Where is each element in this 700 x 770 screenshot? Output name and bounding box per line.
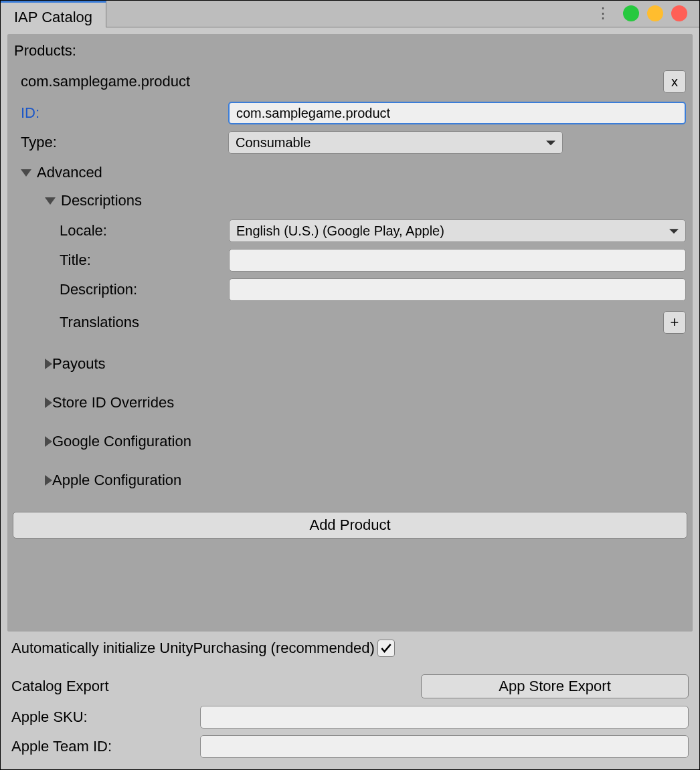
id-label: ID:	[21, 104, 228, 122]
catalog-export-label: Catalog Export	[11, 678, 109, 695]
titlebar: IAP Catalog ⋮	[1, 1, 699, 27]
apple-team-id-input[interactable]	[200, 735, 689, 758]
type-label: Type:	[21, 134, 228, 151]
translations-label: Translations	[60, 314, 139, 331]
type-dropdown[interactable]: Consumable	[228, 131, 563, 154]
tab-iap-catalog[interactable]: IAP Catalog	[1, 1, 106, 27]
descriptions-foldout[interactable]: Descriptions	[13, 188, 687, 213]
title-row: Title:	[13, 247, 687, 274]
locale-dropdown[interactable]: English (U.S.) (Google Play, Apple)	[229, 219, 686, 242]
description-input[interactable]	[229, 278, 686, 301]
add-product-button[interactable]: Add Product	[13, 512, 687, 539]
product-name: com.samplegame.product	[21, 73, 190, 90]
google-config-label: Google Configuration	[52, 433, 191, 450]
body-area: Products: com.samplegame.product x ID: T…	[1, 27, 699, 769]
type-row: Type: Consumable	[13, 129, 687, 156]
products-label: Products:	[13, 39, 687, 64]
app-store-export-button[interactable]: App Store Export	[421, 674, 689, 698]
store-id-overrides-foldout[interactable]: Store ID Overrides	[13, 390, 687, 415]
chevron-right-icon	[45, 436, 52, 447]
advanced-foldout[interactable]: Advanced	[13, 160, 687, 185]
id-input[interactable]	[228, 102, 686, 124]
remove-product-button[interactable]: x	[663, 70, 686, 93]
product-header: com.samplegame.product x	[13, 68, 687, 96]
add-translation-button[interactable]: +	[663, 311, 686, 334]
id-row: ID:	[13, 100, 687, 126]
chevron-right-icon	[45, 359, 52, 369]
spacer	[13, 539, 687, 626]
apple-config-foldout[interactable]: Apple Configuration	[13, 468, 687, 493]
locale-label: Locale:	[60, 222, 229, 239]
type-dropdown-value: Consumable	[236, 135, 311, 151]
products-panel: Products: com.samplegame.product x ID: T…	[7, 34, 693, 632]
chevron-right-icon	[45, 475, 52, 486]
translations-row: Translations +	[13, 307, 687, 338]
locale-dropdown-value: English (U.S.) (Google Play, Apple)	[236, 223, 444, 239]
kebab-menu-icon[interactable]: ⋮	[596, 5, 608, 22]
auto-init-label: Automatically initialize UnityPurchasing…	[11, 640, 375, 657]
apple-team-id-label: Apple Team ID:	[11, 738, 200, 755]
locale-row: Locale: English (U.S.) (Google Play, App…	[13, 217, 687, 244]
title-label: Title:	[60, 252, 229, 269]
title-input[interactable]	[229, 249, 686, 272]
chevron-right-icon	[45, 397, 52, 408]
window-controls: ⋮	[596, 5, 687, 22]
apple-sku-row: Apple SKU:	[9, 704, 691, 731]
minimize-button[interactable]	[623, 5, 639, 21]
bottom-panel: Automatically initialize UnityPurchasing…	[7, 632, 693, 763]
catalog-export-row: Catalog Export App Store Export	[9, 672, 691, 701]
chevron-down-icon	[21, 169, 31, 177]
close-button[interactable]	[671, 5, 687, 21]
checkmark-icon	[379, 642, 393, 655]
description-label: Description:	[60, 281, 229, 298]
tab-label: IAP Catalog	[14, 9, 92, 26]
maximize-button[interactable]	[647, 5, 663, 21]
apple-config-label: Apple Configuration	[52, 472, 181, 489]
payouts-foldout[interactable]: Payouts	[13, 351, 687, 377]
auto-init-checkbox[interactable]	[377, 640, 395, 657]
advanced-label: Advanced	[37, 164, 102, 181]
chevron-down-icon	[45, 197, 56, 205]
payouts-label: Payouts	[52, 355, 106, 373]
apple-sku-input[interactable]	[200, 706, 689, 729]
google-config-foldout[interactable]: Google Configuration	[13, 429, 687, 454]
auto-init-row: Automatically initialize UnityPurchasing…	[9, 637, 691, 660]
descriptions-label: Descriptions	[61, 192, 142, 209]
description-row: Description:	[13, 276, 687, 303]
store-id-overrides-label: Store ID Overrides	[52, 394, 174, 411]
apple-sku-label: Apple SKU:	[11, 708, 200, 726]
apple-team-id-row: Apple Team ID:	[9, 733, 691, 760]
